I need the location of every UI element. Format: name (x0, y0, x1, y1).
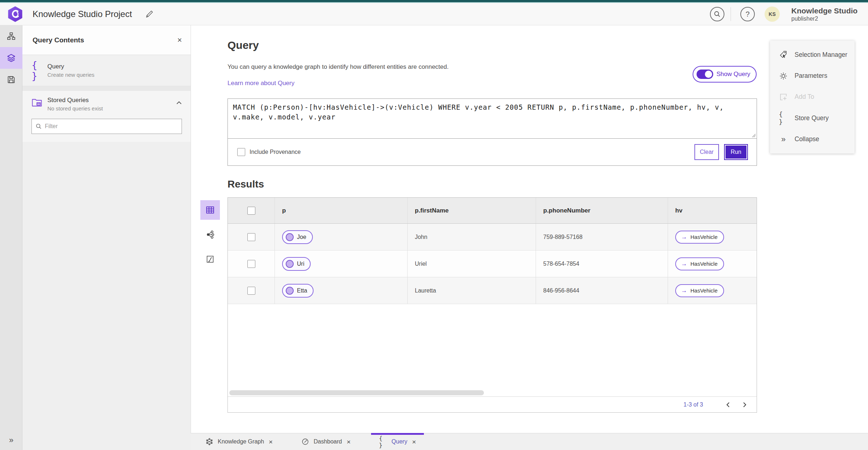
stored-queries-section: Stored Queries No stored queries exist (22, 91, 191, 142)
query-editor-toolbar: Include Provenance Clear Run (228, 139, 757, 165)
relationship-label: HasVehicle (690, 287, 718, 294)
cell-phonenumber: 846-956-8644 (543, 287, 579, 294)
results-title: Results (227, 178, 264, 190)
parameters-button[interactable]: Parameters (770, 67, 855, 85)
project-title: Knowledge Studio Project (33, 9, 132, 19)
entity-dot-icon (286, 260, 294, 268)
braces-icon: { } (779, 110, 788, 126)
toggle-knob (705, 71, 712, 78)
toggle-switch[interactable] (697, 70, 713, 79)
run-button[interactable]: Run (724, 144, 748, 160)
pagination-prev-button[interactable] (723, 399, 733, 410)
query-textarea-wrap: MATCH (p:Person)-[hv:HasVehicle]->(v:Veh… (228, 99, 757, 139)
selection-manager-icon (779, 50, 788, 59)
avatar[interactable]: KS (765, 7, 780, 22)
show-query-toggle[interactable]: Show Query (693, 66, 757, 83)
rail-expand-button[interactable]: » (0, 436, 22, 445)
arrow-right-icon: → (681, 287, 687, 294)
view-link-chart-button[interactable] (200, 225, 220, 244)
contents-panel-gap (22, 86, 191, 91)
tab-dashboard[interactable]: Dashboard × (293, 433, 358, 450)
include-provenance-checkbox[interactable] (237, 148, 245, 156)
save-icon (7, 75, 16, 84)
entity-pill[interactable]: Joe (282, 230, 313, 244)
rail-item-hierarchy[interactable] (0, 25, 22, 47)
row-checkbox[interactable] (247, 233, 255, 241)
table-empty-area (228, 304, 757, 396)
chevron-right-icon (742, 402, 747, 408)
column-header-p[interactable]: p (275, 198, 408, 223)
cell-firstname: Uriel (415, 261, 427, 267)
row-checkbox[interactable] (247, 287, 255, 295)
search-button[interactable] (710, 7, 724, 21)
table-pagination: 1-3 of 3 (228, 396, 757, 412)
rail-item-layers[interactable] (0, 47, 22, 69)
selection-manager-label: Selection Manager (795, 51, 847, 59)
column-header-phonenumber[interactable]: p.phoneNumber (536, 198, 668, 223)
table-row[interactable]: Etta Lauretta 846-956-8644 →HasVehicle (228, 277, 757, 304)
query-textarea[interactable]: MATCH (p:Person)-[hv:HasVehicle]->(v:Veh… (228, 99, 757, 138)
tab-close-icon[interactable]: × (412, 438, 416, 445)
tab-query[interactable]: { } Query × (371, 433, 424, 450)
column-header-firstname[interactable]: p.firstName (408, 198, 536, 223)
app-logo-icon[interactable] (7, 6, 23, 22)
entity-pill[interactable]: Uri (282, 257, 311, 271)
relationship-pill[interactable]: →HasVehicle (675, 231, 724, 244)
view-map-button[interactable] (200, 249, 220, 269)
results-table: p p.firstName p.phoneNumber hv Joe John … (227, 197, 757, 413)
contents-panel-header: Query Contents × (22, 25, 191, 55)
horizontal-scrollbar[interactable] (229, 390, 484, 395)
relationship-pill[interactable]: →HasVehicle (675, 284, 724, 297)
store-query-button[interactable]: { } Store Query (770, 109, 855, 127)
tab-close-icon[interactable]: × (269, 438, 273, 445)
help-icon: ? (745, 10, 749, 18)
entity-label: Etta (297, 287, 307, 294)
table-header-row: p p.firstName p.phoneNumber hv (228, 198, 757, 224)
stored-queries-header[interactable]: Stored Queries No stored queries exist (31, 97, 182, 112)
relationship-pill[interactable]: →HasVehicle (675, 257, 724, 270)
collapse-label: Collapse (795, 135, 819, 143)
contents-item-query-title: Query (47, 63, 94, 70)
contents-panel-title: Query Contents (33, 36, 177, 44)
tab-knowledge-graph[interactable]: Knowledge Graph × (197, 433, 281, 450)
contents-panel-close-icon[interactable]: × (177, 36, 182, 44)
cell-firstname: John (415, 234, 427, 240)
query-editor: MATCH (p:Person)-[hv:HasVehicle]->(v:Veh… (227, 98, 757, 166)
filter-input[interactable] (45, 123, 178, 130)
query-page-title: Query (227, 39, 259, 51)
contents-item-query[interactable]: { } Query Create new queries (22, 55, 191, 86)
entity-pill[interactable]: Etta (282, 284, 314, 298)
column-header-hv[interactable]: hv (668, 198, 757, 223)
user-menu[interactable]: Knowledge Studio publisher2 (791, 7, 858, 22)
collapse-icon: » (781, 135, 786, 144)
table-row[interactable]: Uri Uriel 578-654-7854 →HasVehicle (228, 251, 757, 277)
bottom-tab-bar: Knowledge Graph × Dashboard × { } Query … (191, 433, 868, 450)
learn-more-link[interactable]: Learn more about Query (227, 80, 294, 87)
app-header: Knowledge Studio Project ? KS Knowledge … (0, 3, 868, 25)
pagination-range: 1-3 of 3 (684, 401, 703, 408)
rail-item-save[interactable] (0, 69, 22, 91)
user-name: publisher2 (791, 16, 858, 22)
resize-grip-icon[interactable] (752, 133, 756, 138)
table-view-icon (205, 205, 215, 215)
collapse-panel-button[interactable]: » Collapse (770, 130, 855, 149)
table-row[interactable]: Joe John 759-889-57168 →HasVehicle (228, 224, 757, 251)
tab-close-icon[interactable]: × (346, 438, 350, 445)
edit-title-pencil-icon[interactable] (145, 9, 154, 19)
row-checkbox[interactable] (247, 260, 255, 268)
chevron-up-icon[interactable] (176, 101, 182, 105)
filter-search-icon (35, 123, 42, 130)
select-all-checkbox[interactable] (247, 207, 255, 215)
clear-button[interactable]: Clear (694, 144, 719, 160)
show-query-label: Show Query (716, 71, 750, 78)
help-button[interactable]: ? (740, 7, 755, 21)
stored-queries-filter (31, 119, 182, 134)
stored-queries-title: Stored Queries (47, 97, 176, 104)
tab-knowledge-graph-label: Knowledge Graph (218, 438, 264, 445)
view-table-button[interactable] (200, 200, 220, 220)
add-to-button: Add To (770, 88, 855, 106)
pagination-next-button[interactable] (739, 399, 750, 410)
left-rail: » (0, 25, 22, 450)
selection-manager-button[interactable]: Selection Manager (770, 45, 855, 64)
search-icon (714, 10, 721, 18)
